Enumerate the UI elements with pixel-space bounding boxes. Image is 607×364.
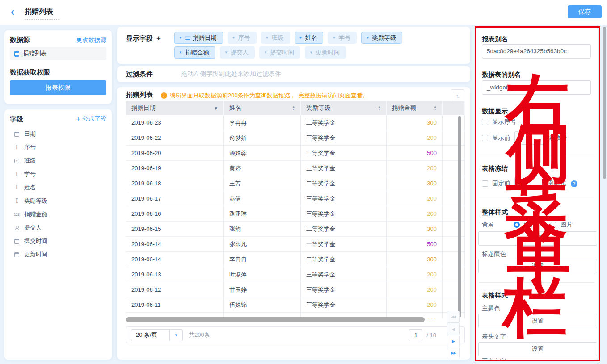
table-row: 2019-06-23李冉冉二等奖学金300 (126, 115, 465, 130)
field-item[interactable]: I学号 (4, 167, 112, 181)
field-item[interactable]: 更新时间 (4, 248, 112, 261)
warning-icon: ! (161, 92, 167, 99)
preview-warning: ! 编辑界面只取数据源前200条作为查询数据预览，完整数据请访问页面查看。 (161, 92, 368, 100)
field-item[interactable]: ∨班级 (4, 154, 112, 167)
table-alias-label: 数据表的别名 (482, 71, 521, 79)
datasource-item[interactable]: 捐赠列表 (10, 47, 106, 60)
field-item[interactable]: 123捐赠金额 (4, 208, 112, 221)
show-index-checkbox[interactable] (482, 119, 488, 125)
chevron-down-icon: ▼ (224, 50, 228, 54)
horizontal-scrollbar-thumb[interactable] (126, 317, 425, 322)
chevron-down-icon: ▼ (232, 36, 236, 40)
warning-link[interactable]: 完整数据请访问页面查看。 (299, 92, 368, 100)
field-item[interactable]: I奖励等级 (4, 194, 112, 208)
table-cell: 200 (387, 191, 443, 206)
add-field-plus-icon[interactable]: + (156, 34, 161, 43)
field-chip[interactable]: ▼姓名 (295, 32, 324, 44)
show-first-suffix: 条数据 (549, 134, 567, 142)
table-cell (443, 130, 465, 145)
document-icon (14, 51, 19, 57)
field-item-label: 提交人 (24, 224, 42, 232)
page-number-input[interactable]: 1 (409, 329, 422, 341)
table-cell: 伍姝锦 (224, 297, 301, 312)
field-chip[interactable]: ▼奖励等级 (361, 32, 402, 44)
field-item[interactable]: 提交人 (4, 221, 112, 234)
field-chip[interactable]: ▼☰捐赠日期 (174, 32, 223, 44)
horizontal-scrollbar[interactable] (126, 317, 465, 322)
table-cell: 苏倩 (224, 191, 301, 206)
table-header-cell[interactable]: 捐赠金额▲▼ (387, 101, 443, 115)
field-chip[interactable]: ▼提交时间 (259, 46, 300, 59)
table-cell: 一等奖学金 (301, 237, 387, 251)
show-index-label: 显示序号 (492, 118, 516, 126)
filter-caret-icon[interactable]: ▼ (214, 106, 218, 111)
sort-carets-icon[interactable]: ▲▼ (378, 105, 381, 111)
field-chip[interactable]: ▼序号 (228, 32, 257, 44)
fix-first-checkbox[interactable] (482, 180, 488, 187)
show-first-checkbox[interactable] (482, 135, 488, 141)
filter-dropzone[interactable]: 拖动左侧字段到此处来添加过滤条件 (181, 70, 281, 78)
field-chip[interactable]: ▼提交人 (220, 46, 255, 59)
column-label: 捐赠金额 (392, 104, 416, 112)
report-permission-button[interactable]: 报表权限 (10, 80, 106, 95)
field-chip[interactable]: ▼捐赠金额 (174, 46, 215, 59)
chevron-down-icon: ▼ (266, 36, 269, 40)
report-alias-input[interactable]: 5dac8d29e4a264325b563b0c (482, 44, 591, 59)
theme-color-label: 主题色 (482, 305, 500, 313)
table-cell: 200 (387, 267, 443, 282)
table-cell (443, 161, 465, 176)
table-cell (443, 237, 465, 251)
theme-color-set-button[interactable]: 设置 (478, 314, 597, 328)
calendar-icon (13, 252, 20, 257)
background-set-button[interactable]: 设置 (478, 231, 597, 246)
radio-solid-checked[interactable] (514, 222, 520, 228)
sort-carets-icon[interactable]: ▲▼ (434, 105, 437, 111)
save-button[interactable]: 保存 (568, 5, 602, 18)
table-cell: 赖姝蓉 (224, 146, 301, 160)
page-size-select[interactable]: 20 条/页 ▼ (131, 329, 183, 341)
show-first-input[interactable] (514, 131, 545, 145)
title-color-label: 标题颜色 (482, 250, 506, 258)
title-color-set-button[interactable]: 设置 (478, 259, 597, 273)
warning-text: 编辑界面只取数据源前200条作为查询数据预览， (170, 92, 296, 100)
table-row: 2019-06-14张雨凡一等奖学金500 (126, 237, 465, 252)
field-item[interactable]: I姓名 (4, 181, 112, 194)
report-editor-page: ‹ 捐赠列表 保存 数据源 更改数据源 捐赠列表 数据获取权限 报表权限 字段 … (0, 0, 607, 364)
table-row: 2019-06-14李冉冉二等奖学金300 (126, 252, 465, 267)
add-formula-field-link[interactable]: + 公式字段 (76, 115, 106, 123)
field-item[interactable]: I序号 (4, 141, 112, 154)
back-icon[interactable]: ‹ (11, 6, 15, 17)
field-chip[interactable]: ▼学号 (328, 32, 357, 44)
divider (479, 282, 594, 283)
table-cell: 路亚琳 (224, 206, 301, 221)
field-item[interactable]: 日期 (4, 127, 112, 141)
field-chips: ▼☰捐赠日期▼序号▼班级▼姓名▼学号▼奖励等级▼捐赠金额▼提交人▼提交时间▼更新… (174, 32, 447, 59)
field-item[interactable]: 提交时间 (4, 234, 112, 248)
help-icon[interactable]: ? (571, 180, 577, 187)
table-header-cell[interactable]: 奖励等级▲▼ (301, 101, 387, 115)
table-body: 2019-06-23李冉冉二等奖学金3002019-06-22俞梦娇三等奖学金2… (126, 115, 465, 318)
table-cell: 2019-06-20 (126, 146, 224, 160)
last-page-button[interactable]: ▶▶ (447, 347, 460, 359)
page-scrollbar[interactable] (603, 27, 606, 179)
table-alias-input[interactable]: _widget_1579959800847 (482, 80, 591, 95)
sort-carets-icon[interactable]: ▲▼ (292, 105, 295, 111)
header-text-label: 表头文字 (482, 333, 506, 341)
header-text-set-button[interactable]: 设置 (478, 342, 597, 356)
next-page-button[interactable]: ▶ (447, 335, 460, 347)
table-header-cell[interactable]: 姓名▲▼ (224, 101, 301, 115)
display-fields-label: 显示字段 (126, 34, 153, 43)
field-chip[interactable]: ▼更新时间 (305, 46, 346, 59)
vertical-scrollbar[interactable] (458, 116, 461, 317)
change-datasource-link[interactable]: 更改数据源 (76, 36, 107, 44)
radio-image-unchecked[interactable] (550, 222, 556, 228)
chevron-down-icon: ▼ (332, 36, 336, 40)
table-header-cell[interactable]: 捐赠日期▼ (126, 101, 224, 115)
report-alias-label: 报表别名 (482, 35, 508, 43)
table-row: 2019-06-16路亚琳三等奖学金200 (126, 206, 465, 222)
page-size-value: 20 条/页 (131, 331, 169, 339)
fields-list: 日期I序号∨班级I学号I姓名I奖励等级123捐赠金额提交人提交时间更新时间 (4, 127, 112, 261)
field-chip[interactable]: ▼班级 (261, 32, 290, 44)
fix-first-input[interactable]: 1 (514, 177, 545, 190)
first-page-button: ◀◀ (447, 311, 460, 323)
